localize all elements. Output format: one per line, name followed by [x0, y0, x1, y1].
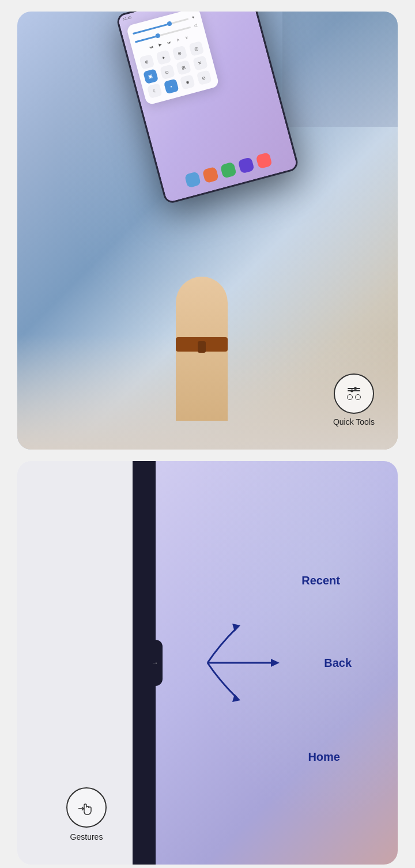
- camera-toggle[interactable]: ▪: [163, 79, 179, 95]
- quick-tools-panel: ✦ ◁ ⏮: [126, 12, 220, 105]
- card2-left-panel: Gestures: [17, 461, 133, 865]
- dock-app-1[interactable]: [184, 171, 201, 188]
- sliders-icon: [348, 388, 360, 391]
- quick-tools-text: Quick Tools: [333, 417, 375, 427]
- slider-line-2: [348, 390, 360, 391]
- app-dock: [167, 148, 290, 193]
- brightness-thumb: [167, 21, 172, 27]
- more-toggle[interactable]: ⊘: [196, 70, 212, 85]
- play-btn[interactable]: ▶: [156, 40, 164, 49]
- tablet-edge: →: [133, 461, 156, 865]
- svg-marker-2: [271, 659, 280, 667]
- bt-toggle[interactable]: ✦: [156, 50, 171, 65]
- tablet-screen: 12:45 ▪▪▪ ✦: [118, 12, 297, 203]
- circles-row: [347, 394, 361, 400]
- next-btn[interactable]: ⏭: [165, 38, 173, 47]
- slider-line-1: [348, 388, 360, 389]
- circle-2: [355, 394, 361, 400]
- quick-tools-icon-circle: [334, 373, 374, 414]
- slider-dot-1: [354, 387, 357, 390]
- settings-toggle[interactable]: ⊙: [160, 64, 175, 80]
- moon-toggle[interactable]: ☾: [147, 83, 163, 99]
- card1-photo-area: 12:45 ▪▪▪ ✦: [17, 12, 398, 450]
- watch-buckle: [198, 341, 206, 353]
- gestures-svg-icon: [75, 796, 98, 819]
- edge-arrow-indicator: →: [152, 659, 159, 667]
- quick-tools-card: 12:45 ▪▪▪ ✦: [17, 12, 398, 450]
- sound-toggle[interactable]: ⊛: [172, 46, 187, 61]
- prev-btn[interactable]: ⏮: [147, 43, 156, 51]
- location-toggle[interactable]: ◎: [188, 41, 204, 56]
- wifi-toggle[interactable]: ⊕: [139, 54, 154, 70]
- dock-app-5[interactable]: [255, 152, 272, 169]
- up-btn[interactable]: ∧: [173, 36, 182, 44]
- back-label: Back: [324, 656, 352, 670]
- volume-thumb: [155, 33, 161, 39]
- time-display: 12:45: [123, 16, 132, 21]
- dock-app-2[interactable]: [202, 167, 219, 183]
- volume-fill: [135, 35, 157, 43]
- brightness-icon: ✦: [190, 14, 197, 21]
- home-label: Home: [308, 750, 340, 764]
- card2-inner: Gestures →: [17, 461, 398, 865]
- gesture-arrows-svg: [173, 582, 334, 744]
- quick-tools-icon-inner: [347, 388, 361, 400]
- slider-track-1: [348, 388, 360, 389]
- quick-tools-label-group: Quick Tools: [333, 373, 375, 427]
- gestures-card: Gestures →: [17, 461, 398, 865]
- tablet-device: 12:45 ▪▪▪ ✦: [115, 12, 300, 205]
- slider-track-2: [348, 390, 360, 391]
- hand-area: [144, 190, 259, 421]
- gestures-text: Gestures: [70, 832, 103, 841]
- grid-toggle[interactable]: ⊞: [176, 60, 191, 76]
- gestures-label-group: Gestures: [40, 787, 133, 841]
- extra-toggle[interactable]: ■: [180, 74, 195, 90]
- dock-app-3[interactable]: [220, 162, 237, 179]
- circle-1: [347, 394, 353, 400]
- gestures-icon-circle: [66, 787, 107, 828]
- screen-toggle[interactable]: ▣: [143, 69, 159, 84]
- tablet-screen-gestures: Recent Back Home: [156, 461, 398, 865]
- recent-label: Recent: [301, 574, 340, 587]
- dock-app-4[interactable]: [237, 157, 254, 173]
- volume-icon: ◁: [192, 22, 199, 29]
- down-btn[interactable]: ∨: [183, 33, 191, 42]
- page-wrapper: 12:45 ▪▪▪ ✦: [0, 0, 415, 868]
- close-btn[interactable]: ✕: [193, 55, 208, 71]
- slider-dot-2: [350, 389, 353, 392]
